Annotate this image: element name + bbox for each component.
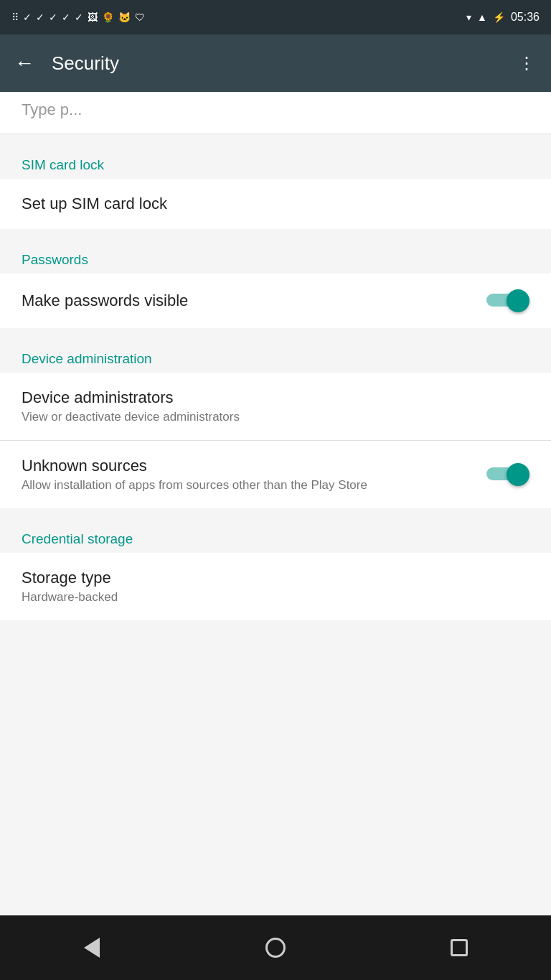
setting-title-passwords: Make passwords visible	[22, 291, 486, 310]
shield-icon: 🛡	[135, 11, 145, 23]
setting-item-storage-type[interactable]: Storage type Hardware-backed	[0, 553, 551, 620]
signal-icon: ▲	[477, 11, 487, 23]
app-icon-1: 🌻	[102, 11, 114, 23]
spacer-2	[0, 229, 551, 235]
recents-nav-button[interactable]	[430, 926, 488, 969]
check-icon-1: ✓	[23, 11, 32, 23]
app-bar: ← Security ⋮	[0, 34, 551, 92]
section-header-sim-card-lock: SIM card lock	[0, 140, 551, 179]
passwords-toggle-thumb	[507, 289, 529, 312]
back-nav-icon	[84, 938, 100, 958]
app-icon-2: 🐱	[118, 11, 131, 23]
setting-subtitle-device-admin: View or deactivate device administrators	[22, 410, 529, 424]
setting-item-unknown-sources[interactable]: Unknown sources Allow installation of ap…	[0, 441, 551, 508]
section-header-passwords: Passwords	[0, 235, 551, 274]
setting-item-text-unknown-sources: Unknown sources Allow installation of ap…	[22, 457, 486, 493]
battery-icon: ⚡	[493, 11, 505, 23]
spacer-4	[0, 508, 551, 514]
section-header-credential-storage: Credential storage	[0, 514, 551, 553]
spacer-1	[0, 134, 551, 140]
setting-item-make-passwords-visible[interactable]: Make passwords visible	[0, 274, 551, 328]
bottom-nav-bar	[0, 915, 551, 980]
status-bar-system: ▾ ▲ ⚡ 05:36	[466, 11, 540, 24]
setting-item-text-passwords: Make passwords visible	[22, 291, 486, 310]
menu-icon: ⠿	[11, 11, 19, 23]
status-bar-notifications: ⠿ ✓ ✓ ✓ ✓ ✓ 🖼 🌻 🐱 🛡	[11, 11, 145, 23]
setting-item-text-device-admin: Device administrators View or deactivate…	[22, 388, 529, 424]
check-icon-5: ✓	[75, 11, 83, 23]
setting-title-storage-type: Storage type	[22, 569, 529, 587]
more-options-button[interactable]: ⋮	[518, 53, 537, 73]
setting-subtitle-storage-type: Hardware-backed	[22, 590, 529, 605]
partial-top-section: Type p...	[0, 92, 551, 134]
check-icon-4: ✓	[62, 11, 70, 23]
wifi-icon: ▾	[466, 11, 471, 23]
check-icon-3: ✓	[49, 11, 57, 23]
home-nav-icon	[265, 938, 286, 958]
back-nav-button[interactable]	[63, 926, 121, 969]
unknown-sources-toggle-thumb	[507, 463, 529, 486]
spacer-3	[0, 328, 551, 334]
passwords-toggle[interactable]	[486, 289, 529, 312]
spacer-5	[0, 620, 551, 626]
setting-item-text-sim: Set up SIM card lock	[22, 195, 529, 213]
section-header-device-admin: Device administration	[0, 334, 551, 373]
setting-title-sim: Set up SIM card lock	[22, 195, 529, 213]
check-icon-2: ✓	[36, 11, 44, 23]
spacer-6	[0, 626, 551, 632]
setting-title-unknown-sources: Unknown sources	[22, 457, 486, 475]
back-button[interactable]: ←	[14, 53, 34, 73]
setting-item-text-storage-type: Storage type Hardware-backed	[22, 569, 529, 605]
settings-content: Type p... SIM card lock Set up SIM card …	[0, 92, 551, 915]
status-bar: ⠿ ✓ ✓ ✓ ✓ ✓ 🖼 🌻 🐱 🛡 ▾ ▲ ⚡ 05:36	[0, 0, 551, 34]
image-icon: 🖼	[88, 11, 98, 23]
page-title: Security	[52, 52, 518, 75]
recents-nav-icon	[451, 939, 468, 956]
partial-text: Type p...	[22, 101, 82, 118]
setting-item-setup-sim-card-lock[interactable]: Set up SIM card lock	[0, 179, 551, 229]
home-nav-button[interactable]	[247, 926, 304, 969]
unknown-sources-toggle[interactable]	[486, 463, 529, 486]
setting-title-device-admin: Device administrators	[22, 388, 529, 407]
clock: 05:36	[511, 11, 540, 24]
setting-item-device-administrators[interactable]: Device administrators View or deactivate…	[0, 373, 551, 440]
setting-subtitle-unknown-sources: Allow installation of apps from sources …	[22, 478, 486, 493]
